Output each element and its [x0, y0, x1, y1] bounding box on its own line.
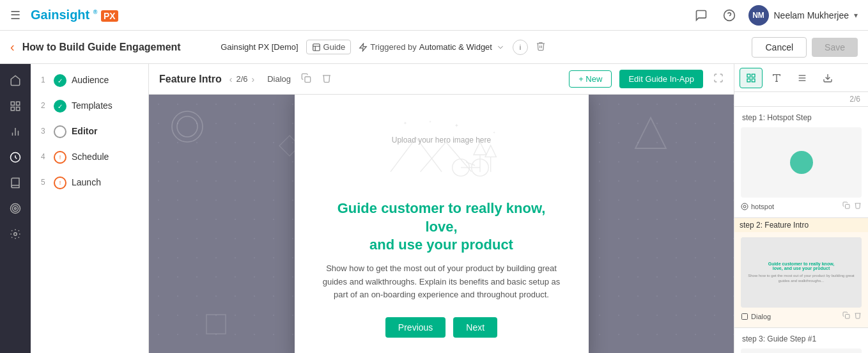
info-button[interactable]: i — [513, 40, 528, 55]
guide-meta: Gainsight PX [Demo] Guide Triggered by A… — [221, 40, 546, 55]
step-card-actions-1 — [842, 201, 862, 211]
sidebar-chart-icon[interactable] — [4, 120, 27, 143]
page-counter: 2/6 — [236, 74, 247, 84]
dialog-modal: ✦ ✦ ✦ ✦ Upload your hero image here Guid… — [295, 95, 589, 353]
svg-rect-36 — [747, 79, 750, 82]
trigger-type: Automatic & Widget — [419, 42, 492, 52]
step-card-title-3: step 3: Guide Step #1 — [741, 334, 862, 343]
chat-icon[interactable] — [692, 6, 710, 24]
step-item-2[interactable]: 2 ✓ Templates — [41, 100, 138, 113]
main-layout: 1 ✓ Audience 2 ✓ Templates 3 Editor 4 ! … — [0, 64, 868, 353]
step-type-2: Dialog — [741, 313, 771, 320]
svg-rect-5 — [17, 102, 20, 105]
sidebar-grid-icon[interactable] — [4, 95, 27, 118]
copy-step-2[interactable] — [842, 311, 850, 321]
step-item-4[interactable]: 4 ! Schedule — [41, 151, 138, 164]
right-tab-grid[interactable] — [740, 68, 763, 88]
trigger-chevron-icon[interactable] — [496, 43, 505, 52]
sidebar-settings-icon[interactable] — [4, 223, 27, 246]
avatar: NM — [748, 5, 769, 26]
step-item-5[interactable]: 5 ! Launch — [41, 176, 138, 189]
new-button[interactable]: + New — [569, 70, 612, 88]
modal-actions: Previous Next — [385, 317, 497, 338]
sidebar-target-icon[interactable] — [4, 197, 27, 220]
user-name: Neelam Mukherjee — [774, 10, 849, 20]
step-item-1[interactable]: 1 ✓ Audience — [41, 74, 138, 87]
step-item-3[interactable]: 3 Editor — [41, 125, 138, 138]
triggered-by-label: Triggered by — [370, 42, 417, 52]
bg-decoration-2 — [632, 114, 670, 152]
logo-px: PX — [101, 10, 118, 22]
guide-title: How to Build Guide Engagement — [22, 42, 213, 53]
delete-step-2[interactable] — [854, 311, 862, 321]
back-button[interactable]: ‹ — [10, 40, 15, 54]
step-card-preview-1[interactable] — [741, 127, 862, 198]
svg-rect-7 — [11, 107, 14, 111]
sidebar-guide-icon[interactable] — [4, 146, 27, 169]
svg-rect-35 — [752, 79, 755, 82]
svg-point-18 — [177, 116, 198, 137]
step-circle-5: ! — [54, 176, 66, 189]
step-num-1: 1 — [41, 75, 49, 84]
next-page-arrow[interactable]: › — [252, 74, 255, 84]
canvas-area: ✦ ✦ ✦ ✦ Upload your hero image here Guid… — [149, 95, 734, 353]
step-card-footer-2: Dialog — [741, 311, 862, 321]
modal-body: Show how to get the most out of your pro… — [320, 262, 563, 302]
hero-image-area[interactable]: ✦ ✦ ✦ ✦ Upload your hero image here — [371, 110, 512, 187]
right-tab-export[interactable] — [816, 68, 839, 88]
step-card-preview-3[interactable] — [741, 349, 862, 353]
step-type-label-2: Dialog — [751, 313, 771, 320]
step-type-1: hotspot — [741, 203, 774, 210]
edit-guide-button[interactable]: Edit Guide In-App — [619, 70, 703, 88]
guide-badge: Guide — [306, 40, 352, 54]
step-circle-1: ✓ — [54, 74, 66, 87]
right-tab-text[interactable] — [765, 68, 788, 88]
second-bar-actions: Cancel Save — [752, 37, 858, 58]
user-menu[interactable]: NM Neelam Mukherjee ▾ — [748, 5, 858, 26]
fullscreen-icon[interactable] — [713, 73, 724, 86]
right-panel-tabs — [734, 64, 868, 92]
svg-rect-45 — [846, 315, 850, 319]
previous-button[interactable]: Previous — [385, 317, 446, 338]
bg-decoration-3 — [200, 308, 232, 340]
step-num-4: 4 — [41, 152, 49, 161]
hotspot-preview — [790, 151, 813, 174]
delete-step-1[interactable] — [854, 201, 862, 211]
next-button[interactable]: Next — [453, 317, 497, 338]
sidebar-home-icon[interactable] — [4, 69, 27, 92]
step-label-5: Launch — [72, 177, 101, 187]
right-tab-settings[interactable] — [791, 68, 814, 88]
preview-area: Feature Intro ‹ 2/6 › Dialog + New Edit … — [149, 64, 734, 353]
mini-feature-preview: Guide customer to really know,love, and … — [741, 237, 862, 308]
step-circle-2: ✓ — [54, 100, 66, 113]
help-icon[interactable] — [720, 6, 738, 24]
step-card-3: step 3: Guide Step #1 — [734, 328, 868, 353]
step-type-label-1: hotspot — [751, 203, 774, 210]
copy-icon[interactable] — [301, 73, 311, 86]
step-num-5: 5 — [41, 178, 49, 187]
copy-step-1[interactable] — [842, 201, 850, 211]
bg-decoration-1 — [162, 101, 213, 152]
steps-panel: 1 ✓ Audience 2 ✓ Templates 3 Editor 4 ! … — [31, 64, 149, 353]
svg-text:✦: ✦ — [493, 130, 495, 134]
feature-intro-title: Feature Intro — [159, 74, 222, 85]
prev-page-arrow[interactable]: ‹ — [229, 74, 233, 84]
cancel-button[interactable]: Cancel — [752, 37, 807, 58]
save-button: Save — [812, 38, 858, 57]
svg-marker-19 — [635, 118, 666, 148]
delete-button[interactable] — [536, 41, 546, 54]
step-card-footer-1: hotspot — [741, 201, 862, 211]
svg-point-14 — [15, 208, 17, 210]
svg-rect-4 — [11, 102, 14, 105]
step-circle-3 — [54, 125, 66, 138]
step-card-1: step 1: Hotspot Step hotspot — [734, 107, 868, 218]
trash-icon[interactable] — [322, 73, 332, 86]
step-label-3: Editor — [72, 126, 97, 136]
hamburger-icon[interactable]: ☰ — [10, 8, 20, 22]
step-card-preview-2[interactable]: Guide customer to really know,love, and … — [741, 237, 862, 308]
guide-label: Guide — [323, 42, 346, 52]
step-card-title-2: step 2: Feature Intro — [734, 218, 868, 232]
sidebar-book-icon[interactable] — [4, 171, 27, 194]
step-circle-4: ! — [54, 151, 66, 164]
triggered-badge: Triggered by Automatic & Widget — [359, 42, 505, 52]
